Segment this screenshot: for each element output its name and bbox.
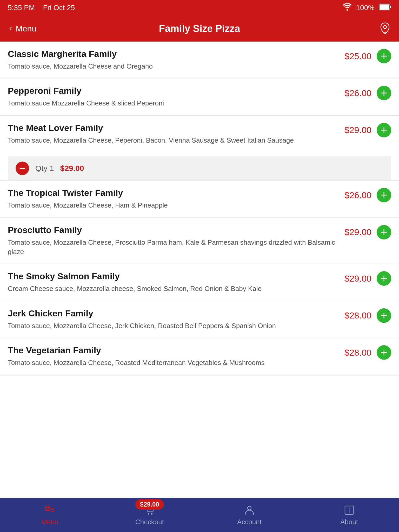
menu-list: Classic Margherita Family Tomato sauce, …: [0, 42, 399, 498]
item-name: The Tropical Twister Family: [8, 188, 339, 198]
item-name: Jerk Chicken Family: [8, 308, 339, 318]
svg-rect-2: [380, 4, 389, 10]
item-desc: Tomato sauce, Mozzarella Cheese, Peperon…: [8, 136, 339, 145]
status-icons: 100%: [343, 3, 391, 12]
item-price: $26.00: [344, 190, 371, 200]
item-price: $28.00: [344, 348, 371, 358]
cart-row: Qty 1 $29.00: [8, 156, 391, 180]
menu-item-prosciutto: Prosciutto Family Tomato sauce, Mozzarel…: [0, 218, 399, 264]
item-price: $29.00: [344, 125, 371, 135]
item-desc: Tomato sauce, Mozzarella Cheese and Oreg…: [8, 62, 339, 71]
nav-checkout-label: Checkout: [135, 518, 164, 526]
add-item-button[interactable]: [377, 86, 391, 100]
item-desc: Tomato sauce Mozzarella Cheese & sliced …: [8, 98, 339, 108]
item-desc: Tomato sauce, Mozzarella Cheese, Roasted…: [8, 358, 339, 367]
item-desc: Cream Cheese sauce, Mozzarella cheese, S…: [8, 284, 339, 293]
item-desc: Tomato sauce, Mozzarella Cheese, Prosciu…: [8, 238, 339, 257]
status-time-date: 5:35 PM Fri Oct 25: [8, 4, 75, 12]
add-item-button[interactable]: [377, 188, 391, 202]
item-name: The Vegetarian Family: [8, 345, 339, 355]
svg-point-30: [248, 506, 251, 510]
menu-item-jerk-chicken: Jerk Chicken Family Tomato sauce, Mozzar…: [0, 301, 399, 338]
item-desc: Tomato sauce, Mozzarella Cheese, Ham & P…: [8, 201, 339, 210]
add-item-button[interactable]: [377, 49, 391, 63]
status-day: Fri Oct 25: [43, 4, 75, 12]
nav-account[interactable]: Account: [223, 504, 275, 526]
checkout-badge: $29.00: [135, 499, 164, 510]
item-price: $29.00: [344, 227, 371, 237]
nav-about-label: About: [340, 518, 358, 526]
add-item-button[interactable]: [377, 271, 391, 286]
item-name: The Smoky Salmon Family: [8, 271, 339, 281]
location-icon[interactable]: [379, 22, 391, 35]
nav-checkout[interactable]: $29.00 Checkout: [124, 504, 176, 526]
nav-account-label: Account: [237, 518, 262, 526]
item-desc: Tomato sauce, Mozzarella Cheese, Jerk Ch…: [8, 321, 339, 330]
nav-menu[interactable]: Menu: [24, 504, 76, 526]
item-name: Pepperoni Family: [8, 86, 339, 96]
menu-item-classic-margherita: Classic Margherita Family Tomato sauce, …: [0, 42, 399, 78]
status-time: 5:35 PM: [8, 4, 35, 12]
svg-point-29: [151, 513, 152, 515]
add-item-button[interactable]: [377, 308, 391, 323]
menu-item-meat-lover: The Meat Lover Family Tomato sauce, Mozz…: [0, 116, 399, 181]
item-price: $28.00: [344, 310, 371, 321]
wifi-icon: [343, 3, 352, 12]
status-bar: 5:35 PM Fri Oct 25 100%: [0, 0, 399, 16]
battery-text: 100%: [356, 4, 375, 12]
item-name: The Meat Lover Family: [8, 123, 339, 133]
header: Menu Family Size Pizza: [0, 16, 399, 42]
cart-item-price: $29.00: [60, 164, 84, 173]
back-button[interactable]: Menu: [8, 24, 36, 34]
menu-item-tropical-twister: The Tropical Twister Family Tomato sauce…: [0, 181, 399, 217]
nav-menu-label: Menu: [41, 518, 58, 526]
item-price: $29.00: [344, 274, 371, 284]
svg-point-3: [383, 25, 387, 29]
item-name: Prosciutto Family: [8, 225, 339, 235]
add-item-button[interactable]: [377, 225, 391, 240]
back-label: Menu: [16, 24, 36, 34]
add-item-button[interactable]: [377, 345, 391, 360]
svg-rect-1: [390, 6, 391, 8]
item-price: $26.00: [344, 88, 371, 98]
nav-about[interactable]: About: [323, 504, 375, 526]
menu-item-smoky-salmon: The Smoky Salmon Family Cream Cheese sau…: [0, 264, 399, 301]
menu-item-vegetarian: The Vegetarian Family Tomato sauce, Mozz…: [0, 338, 399, 375]
svg-point-28: [148, 513, 149, 515]
bottom-navigation: Menu $29.00 Checkout Account About: [0, 498, 399, 532]
item-name: Classic Margherita Family: [8, 49, 339, 59]
menu-item-pepperoni: Pepperoni Family Tomato sauce Mozzarella…: [0, 78, 399, 115]
add-item-button[interactable]: [377, 123, 391, 137]
page-title: Family Size Pizza: [159, 23, 240, 34]
cart-quantity: Qty 1: [35, 164, 54, 173]
item-price: $25.00: [344, 51, 371, 61]
remove-item-button[interactable]: [16, 162, 29, 175]
battery-icon: [379, 4, 391, 12]
